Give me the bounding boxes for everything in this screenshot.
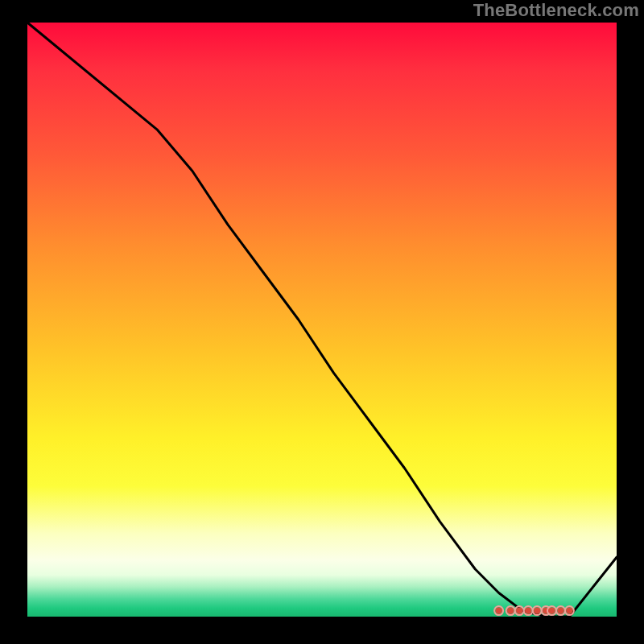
optimal-marker bbox=[534, 608, 540, 614]
plot-area bbox=[27, 23, 617, 617]
optimal-marker bbox=[525, 608, 531, 614]
optimal-marker bbox=[567, 608, 573, 614]
chart-container: TheBottleneck.com bbox=[0, 0, 644, 644]
optimal-marker-group bbox=[494, 606, 574, 615]
bottleneck-line bbox=[27, 23, 617, 617]
optimal-marker bbox=[507, 608, 514, 614]
optimal-marker bbox=[549, 608, 555, 614]
optimal-marker bbox=[558, 608, 564, 614]
watermark-text: TheBottleneck.com bbox=[473, 0, 639, 21]
optimal-marker bbox=[496, 608, 502, 614]
optimal-marker bbox=[516, 608, 522, 614]
chart-svg bbox=[27, 23, 617, 617]
